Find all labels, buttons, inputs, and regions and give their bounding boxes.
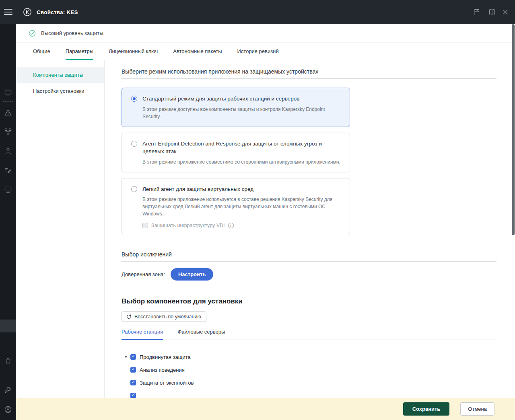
option-title: Легкий агент для защиты виртуальных сред	[142, 185, 342, 193]
vdi-checkbox-label: Защищать инфраструктуру VDI	[151, 223, 225, 228]
tree-item-row-clipped	[122, 389, 496, 398]
main-tabs: Общие Параметры Лицензионный ключ Автоно…	[16, 43, 515, 60]
radio-light-agent-mode[interactable]	[131, 186, 137, 192]
mode-option-light-agent[interactable]: Легкий агент для защиты виртуальных сред…	[122, 178, 350, 236]
components-tree: Продвинутая защита Анализ поведения Защи…	[122, 350, 496, 398]
refresh-icon	[126, 314, 132, 320]
app-window: Свойства: KES Высокий уровень защиты. Об…	[0, 0, 515, 420]
window-title: Свойства: KES	[37, 9, 78, 15]
console-icon[interactable]	[4, 88, 12, 96]
close-icon[interactable]	[501, 8, 509, 16]
info-icon[interactable]	[228, 223, 234, 228]
alert-triangle-icon[interactable]	[4, 109, 12, 117]
left-rail	[0, 0, 16, 420]
titlebar: Свойства: KES	[0, 0, 515, 24]
sidebar-item-install-settings[interactable]: Настройки установки	[16, 83, 104, 99]
hierarchy-icon[interactable]	[4, 128, 12, 136]
tree-group-row: Продвинутая защита	[122, 350, 496, 363]
tree-item-label: Анализ поведения	[140, 367, 185, 373]
configure-button[interactable]: Настроить	[171, 268, 213, 281]
scrollbar-thumb[interactable]	[512, 24, 515, 235]
exclusions-section: Выбор исключений Доверенная зона: Настро…	[122, 251, 496, 281]
option-desc: В этом режиме приложение используется в …	[142, 196, 342, 217]
mode-options: Стандартный режим для защиты рабочих ста…	[122, 88, 350, 235]
tab-parametry[interactable]: Параметры	[66, 43, 93, 60]
radio-edr-mode[interactable]	[131, 141, 137, 147]
mode-option-text: Легкий агент для защиты виртуальных сред…	[142, 185, 342, 229]
cancel-button[interactable]: Отмена	[460, 402, 494, 416]
chevron-down-icon[interactable]	[124, 356, 128, 358]
option-desc: В этом режиме приложение совместимо со с…	[142, 158, 342, 166]
tab-standalone-packages[interactable]: Автономные пакеты	[173, 43, 222, 60]
mode-section-title: Выберите режим использования приложения …	[122, 68, 496, 75]
tab-file-servers[interactable]: Файловые серверы	[177, 329, 225, 340]
option-desc: В этом режиме доступны все компоненты за…	[142, 106, 342, 120]
protection-level-banner: Высокий уровень защиты.	[16, 24, 515, 43]
item-checkbox[interactable]	[130, 367, 136, 373]
vertical-scrollbar	[511, 24, 515, 420]
kaspersky-logo-icon	[23, 8, 32, 16]
tab-revision-history[interactable]: История ревизий	[237, 43, 279, 60]
sidebar-item-protection-components[interactable]: Компоненты защиты	[16, 67, 104, 83]
mode-option-text: Стандартный режим для защиты рабочих ста…	[142, 95, 342, 120]
wrench-icon[interactable]	[4, 386, 12, 394]
menu-icon[interactable]	[4, 8, 12, 16]
rail-active-indicator[interactable]	[0, 320, 16, 332]
vdi-checkbox[interactable]	[142, 223, 148, 228]
mode-option-standard[interactable]: Стандартный режим для защиты рабочих ста…	[122, 88, 350, 127]
tree-item-row: Анализ поведения	[122, 363, 496, 376]
option-title: Агент Endpoint Detection and Response дл…	[142, 140, 342, 156]
mode-option-edr-agent[interactable]: Агент Endpoint Detection and Response дл…	[122, 133, 350, 172]
trusted-zone-row: Доверенная зона: Настроить	[122, 268, 496, 281]
divider	[122, 78, 496, 79]
reset-defaults-label: Восстановить по умолчанию	[134, 314, 201, 320]
flag-icon[interactable]	[473, 8, 481, 16]
footer-bar: Сохранить Отмена	[16, 398, 515, 420]
user-icon[interactable]	[4, 147, 12, 155]
radio-standard-mode[interactable]	[131, 96, 137, 102]
item-checkbox[interactable]	[130, 393, 136, 398]
tab-obshchie[interactable]: Общие	[33, 43, 50, 60]
item-checkbox[interactable]	[130, 380, 136, 385]
marketplace-bag-icon[interactable]	[4, 356, 12, 365]
reset-defaults-button[interactable]: Восстановить по умолчанию	[122, 311, 206, 322]
option-title: Стандартный режим для защиты рабочих ста…	[142, 95, 342, 103]
exclusions-title: Выбор исключений	[122, 251, 496, 258]
trusted-zone-label: Доверенная зона:	[122, 271, 165, 277]
devices-icon[interactable]	[4, 186, 12, 194]
settings-sidebar: Компоненты защиты Настройки установки	[16, 60, 105, 398]
tree-item-row: Защита от эксплойтов	[122, 376, 496, 389]
save-button[interactable]: Сохранить	[403, 402, 450, 416]
tab-license-key[interactable]: Лицензионный ключ	[109, 43, 158, 60]
vdi-checkbox-row: Защищать инфраструктуру VDI	[142, 223, 342, 228]
tree-item-label: Защита от эксплойтов	[140, 380, 194, 386]
divider	[122, 261, 496, 262]
check-circle-icon	[28, 29, 36, 37]
account-circle-icon[interactable]	[4, 406, 12, 414]
body: Компоненты защиты Настройки установки Вы…	[16, 60, 515, 398]
rail-divider	[3, 101, 13, 102]
group-checkbox[interactable]	[130, 354, 136, 360]
manual-book-icon[interactable]	[488, 8, 496, 16]
tree-group-label: Продвинутая защита	[140, 354, 191, 360]
components-tabs: Рабочие станции Файловые серверы	[122, 329, 496, 340]
tab-workstations[interactable]: Рабочие станции	[122, 329, 163, 340]
tasks-edit-icon[interactable]	[4, 166, 12, 174]
protection-level-text: Высокий уровень защиты.	[41, 30, 105, 36]
mode-option-text: Агент Endpoint Detection and Response дл…	[142, 140, 342, 166]
settings-content: Выберите режим использования приложения …	[105, 60, 515, 398]
components-section-title: Выбор компонентов для установки	[122, 297, 496, 305]
